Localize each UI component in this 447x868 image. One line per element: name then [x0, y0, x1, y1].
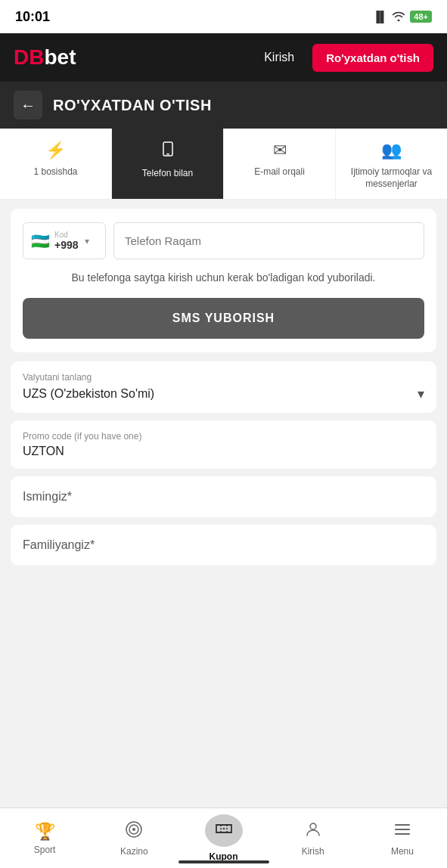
social-icon: 👥 [381, 141, 402, 160]
registration-tabs: ⚡ 1 bosishda Telefon bilan ✉ E-mail orqa… [0, 129, 447, 200]
nav-menu[interactable]: Menu [358, 808, 447, 868]
nav-kirish[interactable]: Kirish [269, 808, 358, 868]
user-icon [304, 820, 322, 843]
nav-kirish-label: Kirish [302, 846, 324, 857]
promo-field: Promo code (if you have one) UZTON [11, 420, 436, 469]
info-text: Bu telefonga saytga kirish uchun kerak b… [23, 270, 424, 286]
chevron-down-icon: ▾ [85, 236, 89, 246]
nav-sport[interactable]: 🏆 Sport [0, 808, 89, 868]
nav-sport-label: Sport [34, 845, 56, 855]
promo-value: UZTON [23, 445, 424, 458]
status-icons: ▐▌ 48+ [372, 11, 432, 23]
phone-icon [160, 141, 176, 162]
phone-form: 🇺🇿 Kod +998 ▾ Bu telefonga saytga kirish… [11, 209, 436, 352]
country-selector[interactable]: 🇺🇿 Kod +998 ▾ [23, 222, 106, 259]
kirish-button[interactable]: Kirish [253, 45, 305, 70]
page-title: RO'YXATDAN O'TISH [53, 97, 212, 114]
royxatdan-button[interactable]: Ro'yxatdan o'tish [312, 44, 433, 72]
currency-label: Valyutani tanlang [23, 372, 424, 383]
nav-kazino[interactable]: Kazino [89, 808, 178, 868]
page-header: ← RO'YXATDAN O'TISH [0, 82, 447, 129]
name-placeholder: Ismingiz* [23, 490, 72, 503]
battery-indicator: 48+ [410, 11, 432, 23]
kazino-icon [125, 820, 143, 843]
nav-kazino-label: Kazino [120, 846, 148, 857]
surname-field[interactable]: Familiyangiz* [11, 525, 436, 566]
status-bar: 10:01 ▐▌ 48+ [0, 0, 447, 33]
phone-row: 🇺🇿 Kod +998 ▾ [23, 222, 424, 259]
svg-point-4 [132, 828, 135, 831]
logo-db: DB [14, 45, 44, 69]
home-indicator [178, 860, 269, 863]
top-nav: DBbet Kirish Ro'yxatdan o'tish [0, 33, 447, 82]
nav-kupon[interactable]: Kupon [178, 808, 268, 868]
promo-label: Promo code (if you have one) [23, 431, 424, 442]
tab-social-label: Ijtimoiy tarmoqlar va messenjerlar [342, 166, 441, 190]
bottom-nav: 🏆 Sport Kazino Kupon [0, 808, 447, 868]
svg-rect-1 [166, 153, 169, 155]
content-area: 🇺🇿 Kod +998 ▾ Bu telefonga saytga kirish… [0, 200, 447, 868]
logo-bet: bet [44, 45, 76, 69]
currency-field: Valyutani tanlang UZS (O'zbekiston So'mi… [11, 361, 436, 413]
surname-placeholder: Familiyangiz* [23, 538, 95, 551]
tab-quick[interactable]: ⚡ 1 bosishda [0, 129, 112, 199]
svg-point-5 [310, 823, 316, 829]
country-code: +998 [54, 239, 79, 251]
tab-phone[interactable]: Telefon bilan [112, 129, 224, 199]
quick-icon: ⚡ [45, 141, 66, 160]
phone-input[interactable] [113, 222, 424, 259]
nav-buttons: Kirish Ro'yxatdan o'tish [253, 44, 433, 72]
email-icon: ✉ [273, 141, 287, 160]
name-field[interactable]: Ismingiz* [11, 476, 436, 517]
back-arrow-icon: ← [20, 97, 36, 114]
tab-email[interactable]: ✉ E-mail orqali [224, 129, 336, 199]
nav-menu-label: Menu [391, 846, 414, 857]
signal-icon: ▐▌ [372, 11, 387, 23]
kod-label: Kod [54, 231, 79, 239]
country-code-text: Kod +998 [54, 231, 79, 251]
menu-icon [393, 820, 411, 843]
tab-email-label: E-mail orqali [254, 166, 305, 178]
status-time: 10:01 [15, 9, 50, 25]
currency-row: UZS (O'zbekiston So'mi) ▾ [23, 386, 424, 402]
tab-phone-label: Telefon bilan [142, 168, 193, 180]
tab-quick-label: 1 bosishda [33, 166, 77, 178]
sms-button[interactable]: SMS YUBORISH [23, 298, 424, 339]
kupon-icon [214, 819, 234, 843]
flag-emoji: 🇺🇿 [31, 232, 50, 250]
chevron-down-currency-icon[interactable]: ▾ [418, 386, 424, 402]
back-button[interactable]: ← [14, 91, 42, 119]
kupon-icon-wrap [205, 814, 243, 847]
wifi-icon [392, 11, 405, 23]
currency-value: UZS (O'zbekiston So'mi) [23, 387, 154, 401]
trophy-icon: 🏆 [35, 822, 55, 842]
logo: DBbet [14, 45, 76, 70]
tab-social[interactable]: 👥 Ijtimoiy tarmoqlar va messenjerlar [336, 129, 447, 199]
